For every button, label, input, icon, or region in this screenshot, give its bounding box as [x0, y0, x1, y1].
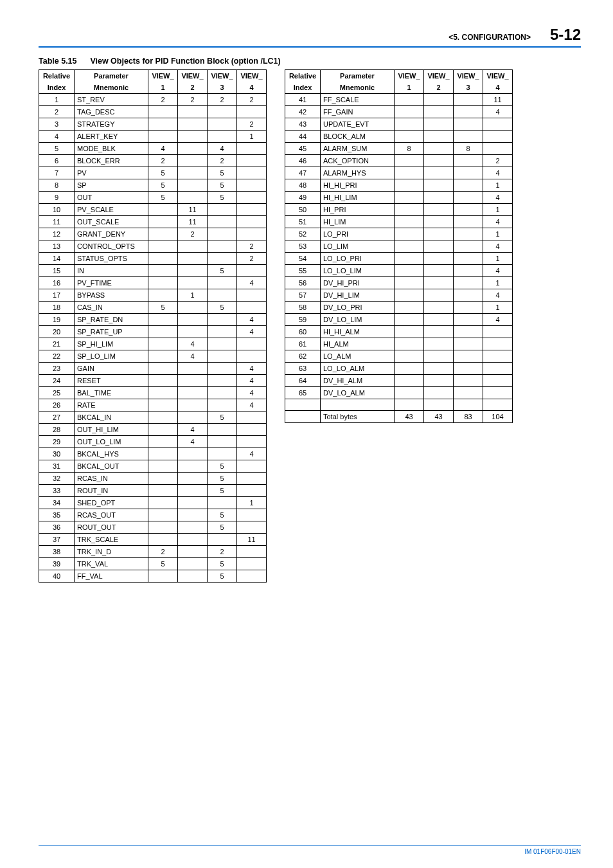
cell-relative-index: 22 [39, 350, 75, 363]
cell-view-3 [454, 253, 483, 265]
cell-view-1 [148, 509, 178, 521]
cell-relative-index: 38 [39, 546, 75, 558]
cell-view-3 [454, 240, 483, 253]
cell-relative-index: 41 [285, 94, 321, 106]
table-row: 50HI_PRI1 [285, 204, 513, 216]
cell-view-3 [208, 289, 237, 302]
cell-view-1: 5 [148, 302, 178, 314]
cell-view-2: 2 [178, 94, 208, 106]
cell-view-3 [454, 326, 483, 338]
cell-relative-index: 27 [39, 411, 75, 424]
table-row: 58DV_LO_PRI1 [285, 302, 513, 314]
col-relative-index: Index [39, 82, 75, 94]
cell-view-2 [424, 277, 454, 289]
cell-view-3: 2 [208, 546, 237, 558]
cell-parameter-mnemonic: PV_SCALE [75, 204, 148, 216]
cell-view-1 [395, 228, 424, 240]
cell-view-3 [454, 204, 483, 216]
table-row: 31BKCAL_OUT5 [39, 460, 267, 473]
cell-view-2 [178, 167, 208, 179]
cell-view-4 [237, 204, 267, 216]
cell-relative-index: 64 [285, 375, 321, 387]
cell-view-2 [424, 338, 454, 350]
cell-view-4: 1 [483, 179, 513, 192]
cell-parameter-mnemonic: ACK_OPTION [321, 155, 395, 167]
cell-view-1 [148, 204, 178, 216]
cell-parameter-mnemonic: HI_LIM [321, 216, 395, 228]
cell-relative-index [285, 399, 321, 411]
table-row: 18CAS_IN55 [39, 302, 267, 314]
cell-view-4: 1 [237, 131, 267, 143]
cell-relative-index: 65 [285, 387, 321, 399]
cell-view-1 [148, 411, 178, 424]
cell-view-4 [483, 363, 513, 375]
cell-view-4: 4 [483, 216, 513, 228]
cell-view-1 [148, 485, 178, 497]
cell-view-2 [178, 326, 208, 338]
cell-view-2 [178, 387, 208, 399]
cell-view-4: 4 [483, 265, 513, 277]
cell-view-2 [424, 387, 454, 399]
cell-view-2 [178, 509, 208, 521]
cell-relative-index: 7 [39, 167, 75, 179]
cell-view-2 [178, 411, 208, 424]
cell-view-1 [395, 106, 424, 118]
table-row: 37TRK_SCALE11 [39, 534, 267, 546]
cell-parameter-mnemonic: ALARM_SUM [321, 143, 395, 155]
cell-view-1 [395, 167, 424, 179]
cell-parameter-mnemonic: RCAS_IN [75, 473, 148, 485]
cell-parameter-mnemonic: LO_LIM [321, 240, 395, 253]
cell-relative-index: 37 [39, 534, 75, 546]
cell-view-1 [395, 387, 424, 399]
cell-view-1 [395, 131, 424, 143]
cell-view-4 [237, 546, 267, 558]
cell-view-4 [483, 350, 513, 363]
cell-view-1: 5 [148, 558, 178, 570]
cell-view-4 [237, 558, 267, 570]
cell-parameter-mnemonic: HI_HI_ALM [321, 326, 395, 338]
cell-view-2 [178, 192, 208, 204]
cell-relative-index: 60 [285, 326, 321, 338]
cell-relative-index: 40 [39, 570, 75, 583]
table-title: Table 5.15 View Objects for PID Function… [39, 57, 581, 66]
cell-parameter-mnemonic: UPDATE_EVT [321, 118, 395, 131]
table-row: 26RATE4 [39, 399, 267, 411]
table-row: 10PV_SCALE11 [39, 204, 267, 216]
cell-view-2: 43 [424, 411, 454, 423]
cell-view-3 [208, 350, 237, 363]
cell-view-1 [148, 473, 178, 485]
cell-view-2 [178, 179, 208, 192]
cell-view-3 [208, 399, 237, 411]
cell-relative-index: 32 [39, 473, 75, 485]
cell-view-2 [178, 118, 208, 131]
cell-parameter-mnemonic: SP_RATE_UP [75, 326, 148, 338]
cell-parameter-mnemonic: ALARM_HYS [321, 167, 395, 179]
cell-view-1 [148, 399, 178, 411]
cell-parameter-mnemonic: DV_LO_LIM [321, 314, 395, 326]
table-row: 23GAIN4 [39, 363, 267, 375]
cell-parameter-mnemonic: TRK_VAL [75, 558, 148, 570]
table-row: 5MODE_BLK44 [39, 143, 267, 155]
cell-view-1: 5 [148, 192, 178, 204]
table-row: 3STRATEGY2 [39, 118, 267, 131]
cell-view-1: 8 [395, 143, 424, 155]
table-row: 45ALARM_SUM88 [285, 143, 513, 155]
cell-view-3 [454, 118, 483, 131]
cell-relative-index: 47 [285, 167, 321, 179]
col-parameter-mnemonic: Parameter [75, 70, 148, 82]
cell-relative-index: 42 [285, 106, 321, 118]
cell-relative-index: 3 [39, 118, 75, 131]
col-parameter-mnemonic: Mnemonic [75, 82, 148, 94]
cell-view-2 [178, 558, 208, 570]
cell-view-1 [395, 314, 424, 326]
table-row: 62LO_ALM [285, 350, 513, 363]
cell-view-1 [395, 204, 424, 216]
cell-view-1 [395, 338, 424, 350]
cell-relative-index: 59 [285, 314, 321, 326]
cell-relative-index: 53 [285, 240, 321, 253]
cell-parameter-mnemonic: OUT_HI_LIM [75, 424, 148, 436]
cell-parameter-mnemonic: MODE_BLK [75, 143, 148, 155]
table-row: 65DV_LO_ALM [285, 387, 513, 399]
cell-relative-index: 21 [39, 338, 75, 350]
cell-view-1: 4 [148, 143, 178, 155]
